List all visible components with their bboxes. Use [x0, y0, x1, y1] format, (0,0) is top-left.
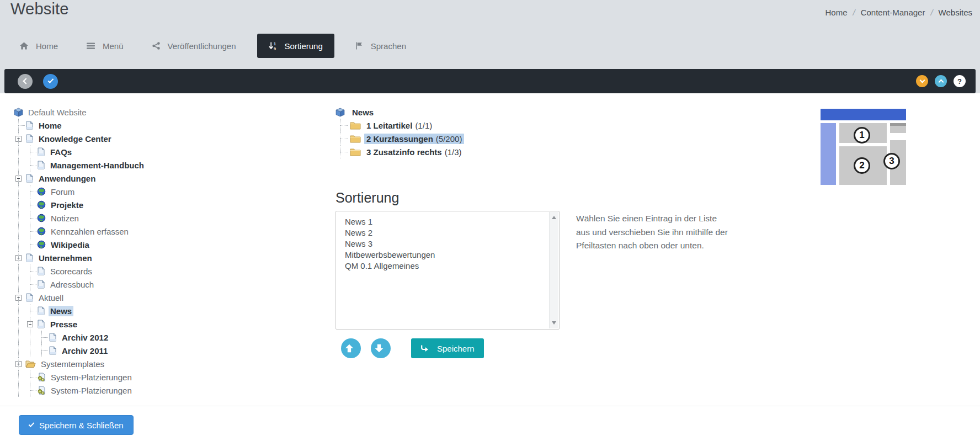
tab-menu[interactable]: Menü — [79, 34, 131, 58]
tree-item[interactable]: Home — [11, 119, 146, 132]
tree-guide-line — [25, 331, 37, 344]
tree-item[interactable]: Systemtemplates — [11, 357, 146, 370]
listbox-option[interactable]: Mitbewerbsbewertungen — [345, 249, 544, 261]
news-folder-item[interactable]: 2 Kurzfassungen(5/200) — [335, 132, 464, 145]
scrollbar-down-arrow[interactable] — [550, 318, 558, 327]
globe-icon — [37, 227, 46, 236]
tree-guide-line — [14, 145, 25, 158]
tab-languages[interactable]: Sprachen — [348, 34, 414, 58]
tree-item[interactable]: Archiv 2011 — [11, 344, 146, 357]
listbox-option[interactable]: News 2 — [345, 227, 544, 238]
news-folder-item[interactable]: 3 Zusatzinfo rechts(1/3) — [335, 145, 464, 158]
globe-icon — [37, 200, 46, 209]
tree-guide-line — [14, 238, 25, 251]
tab-label: Menü — [103, 41, 124, 51]
page-title: Website — [10, 0, 69, 18]
chevron-down-icon — [919, 78, 925, 83]
scrollbar-up-arrow[interactable] — [550, 213, 558, 222]
tree-item[interactable]: Kennzahlen erfassen — [11, 225, 146, 238]
tree-item[interactable]: System-Platzierungen — [11, 384, 146, 397]
tree-item-label: News — [49, 306, 73, 316]
sorting-controls: Speichern — [341, 338, 484, 358]
move-down-button[interactable] — [371, 338, 391, 358]
tree-item-label: Scorecards — [49, 266, 94, 277]
tree-guide-line — [14, 225, 25, 238]
chevron-left-icon — [23, 78, 29, 84]
breadcrumb-item-home[interactable]: Home — [825, 8, 847, 17]
tree-item[interactable]: Adressbuch — [11, 278, 146, 291]
folder-icon — [350, 148, 361, 156]
news-item-count: (1/3) — [445, 147, 462, 157]
news-item-count: (1/1) — [415, 121, 432, 130]
tree-guide-line — [335, 119, 350, 132]
tree-item[interactable]: Management-Handbuch — [11, 158, 146, 172]
news-item-highlight: 3 Zusatzinfo rechts(1/3) — [364, 147, 464, 157]
tree-item[interactable]: Forum — [11, 185, 146, 198]
preview-zone-2-badge: 2 — [854, 157, 870, 174]
cube-icon — [335, 108, 345, 117]
tree-guide-line — [25, 238, 37, 251]
listbox-option[interactable]: News 3 — [345, 238, 544, 249]
tree-item[interactable]: Archiv 2012 — [11, 331, 146, 344]
news-item-highlight: 1 Leitartikel(1/1) — [364, 120, 434, 131]
breadcrumb-item-content-manager[interactable]: Content-Manager — [861, 8, 925, 17]
tab-sorting[interactable]: 19Sortierung — [257, 34, 334, 58]
confirm-button[interactable] — [43, 74, 58, 89]
page-icon — [25, 253, 34, 262]
tree-item[interactable]: Scorecards — [11, 264, 146, 278]
tree-item[interactable]: System-Platzierungen — [11, 370, 146, 384]
tree-item[interactable]: Anwendungen — [11, 172, 146, 185]
check-icon — [29, 421, 35, 427]
tree-item-label: Wikipedia — [49, 240, 91, 250]
news-folder-item[interactable]: 1 Leitartikel(1/1) — [335, 119, 464, 132]
tree-item[interactable]: Wikipedia — [11, 238, 146, 251]
tree-item[interactable]: Default Website — [11, 105, 146, 119]
toolbar-right-group: ? — [916, 75, 966, 87]
page-icon — [37, 147, 45, 156]
tab-label: Home — [36, 41, 58, 51]
tree-item-label: FAQs — [49, 147, 73, 157]
news-subtree-root[interactable]: News — [335, 105, 464, 119]
tree-item[interactable]: Unternehmen — [11, 251, 146, 264]
tree-guide-line — [25, 211, 37, 225]
tree-item[interactable]: Knowledge Center — [11, 132, 146, 145]
tree-guide-line — [25, 264, 37, 278]
globe-icon — [37, 240, 46, 249]
footer-bar: Speichern & Schließen — [0, 406, 980, 446]
sorting-listbox[interactable]: News 1News 2News 3MitbewerbsbewertungenQ… — [335, 211, 560, 330]
sorting-heading: Sortierung — [335, 190, 399, 206]
listbox-option[interactable]: QM 0.1 Allgemeines — [345, 261, 544, 272]
tree-item[interactable]: Presse — [11, 317, 146, 331]
tree-item[interactable]: Notizen — [11, 211, 146, 225]
tree-item[interactable]: Aktuell — [11, 291, 146, 304]
help-button[interactable]: ? — [954, 75, 966, 87]
folder-icon — [350, 135, 361, 143]
page-icon — [37, 280, 45, 289]
gear-page-icon — [37, 386, 46, 395]
breadcrumb-item-websites: Websites — [939, 8, 972, 17]
triangle-up-icon — [552, 216, 556, 219]
sorting-help-text: Wählen Sie einen Eintrag in der Liste au… — [576, 212, 732, 253]
scrollbar[interactable] — [549, 212, 558, 328]
cube-icon — [14, 108, 23, 117]
tree-guide-line — [14, 291, 25, 304]
collapse-all-button[interactable] — [916, 75, 928, 87]
tree-guide-line — [14, 317, 25, 331]
move-up-button[interactable] — [341, 338, 361, 358]
tree-guide-line — [14, 185, 25, 198]
expand-all-button[interactable] — [935, 75, 947, 87]
news-item-highlight: 2 Kurzfassungen(5/200) — [364, 134, 464, 144]
back-button[interactable] — [18, 74, 33, 89]
page-icon — [49, 333, 57, 342]
tree-guide-line — [37, 344, 49, 357]
tab-home[interactable]: Home — [12, 34, 66, 58]
tab-publications[interactable]: Veröffentlichungen — [145, 34, 244, 58]
save-button[interactable]: Speichern — [411, 338, 484, 358]
tree-item[interactable]: Projekte — [11, 198, 146, 211]
tree-item[interactable]: News — [11, 304, 146, 317]
tree-item-label: Kennzahlen erfassen — [49, 226, 130, 237]
listbox-option[interactable]: News 1 — [345, 216, 544, 227]
save-close-button[interactable]: Speichern & Schließen — [19, 415, 134, 435]
tree-item[interactable]: FAQs — [11, 145, 146, 158]
layout-preview-thumbnail: 1 2 3 — [821, 109, 906, 185]
